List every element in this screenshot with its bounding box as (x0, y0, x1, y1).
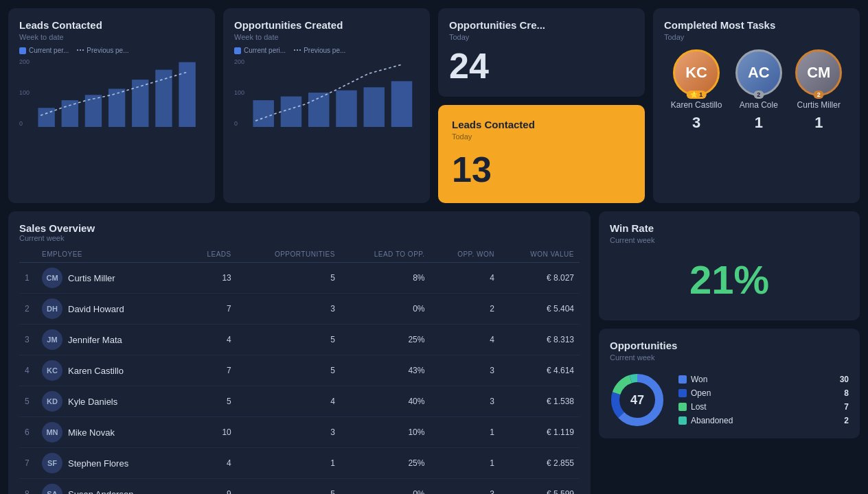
svg-rect-1 (62, 100, 78, 127)
row-rank: 3 (19, 325, 36, 355)
performer-2: AC 2 Anna Cole 1 (735, 49, 782, 132)
leads-contacted-chart: 200 100 0 (19, 58, 204, 127)
employee-avatar: CM (42, 268, 62, 288)
current-period-legend: Current per... (19, 47, 69, 54)
performer-3-score: 1 (814, 114, 823, 132)
row-employee: DH David Howard (36, 294, 185, 325)
row-opportunities: 5 (237, 325, 341, 355)
performer-2-name: Anna Cole (740, 100, 778, 110)
legend-value: 2 (844, 416, 849, 425)
performer-1-avatar-wrap: KC ⭐ 1 (673, 49, 720, 96)
opp-created-title: Opportunities Created (234, 19, 419, 31)
right-col: Win Rate Current week 21% Opportunities … (599, 211, 860, 494)
performer-3: CM 2 Curtis Miller 1 (795, 49, 842, 132)
sales-table-body: 1 CM Curtis Miller 13 5 8% 4 € 8.027 2 D… (19, 263, 580, 494)
row-opportunities: 3 (237, 417, 341, 448)
row-opp-won: 2 (430, 294, 500, 325)
performer-1-badge: ⭐ 1 (687, 91, 707, 99)
legend-value: 7 (844, 402, 849, 412)
legend-color-swatch (678, 403, 687, 411)
row-won-value: € 1.538 (500, 386, 580, 417)
row-won-value: € 8.027 (500, 263, 580, 294)
row-rank: 6 (19, 417, 36, 448)
current-period-label: Current per... (29, 47, 69, 54)
row-employee: SA Susan Anderson (36, 479, 185, 494)
row-opp-won: 3 (430, 479, 500, 494)
leads-today-card: Leads Contacted Today 13 (438, 105, 645, 203)
row-lead-to-opp: 8% (341, 263, 431, 294)
row-employee: SF Stephen Flores (36, 448, 185, 479)
previous-period-icon (77, 49, 84, 51)
svg-rect-7 (253, 100, 274, 127)
sales-overview-header: Sales Overview Current week (19, 222, 580, 242)
opportunities-subtitle: Current week (610, 353, 849, 362)
donut-chart: 47 (610, 373, 665, 427)
row-leads: 9 (185, 479, 237, 494)
legend-row: Won 30 (678, 373, 849, 386)
employee-name: Susan Anderson (68, 489, 133, 494)
performer-3-avatar-wrap: CM 2 (795, 49, 842, 96)
leads-contacted-card: Leads Contacted Week to date Current per… (8, 8, 215, 203)
current-period-icon (19, 47, 26, 54)
row-leads: 4 (185, 448, 237, 479)
performer-1: KC ⭐ 1 Karen Castillo 3 (671, 49, 722, 132)
sales-overview-title: Sales Overview (19, 222, 580, 234)
performer-3-badge: 2 (814, 91, 824, 99)
opp-today-title: Opportunities Cre... (449, 19, 634, 31)
legend-row: Abandoned 2 (678, 414, 849, 427)
leads-today-number: 13 (452, 150, 631, 189)
row-employee: KC Karen Castillo (36, 355, 185, 386)
row-lead-to-opp: 43% (341, 355, 431, 386)
legend-row: Lost 7 (678, 400, 849, 414)
employee-avatar: DH (42, 298, 62, 319)
opportunities-body: 47 Won 30 Open 8 Lost 7 Abandoned 2 (610, 367, 849, 427)
table-row: 2 DH David Howard 7 3 0% 2 € 5.404 (19, 294, 580, 325)
svg-rect-8 (281, 97, 302, 127)
opp-today-subtitle: Today (449, 33, 634, 41)
row-won-value: € 2.855 (500, 448, 580, 479)
svg-rect-9 (308, 93, 330, 127)
performer-2-score: 1 (755, 114, 763, 132)
table-row: 1 CM Curtis Miller 13 5 8% 4 € 8.027 (19, 263, 580, 294)
win-rate-title: Win Rate (610, 222, 849, 234)
employee-name: Karen Castillo (68, 366, 124, 376)
row-opportunities: 3 (237, 294, 341, 325)
row-leads: 7 (185, 294, 237, 325)
previous-period-label: Previous pe... (87, 47, 128, 54)
svg-rect-0 (38, 108, 54, 127)
row-lead-to-opp: 0% (341, 294, 431, 325)
row-opportunities: 1 (237, 448, 341, 479)
opp-previous-label: Previous pe... (304, 47, 345, 54)
col-lead-to-opp: LEAD TO OPP. (341, 246, 431, 263)
table-row: 5 KD Kyle Daniels 5 4 40% 3 € 1.538 (19, 386, 580, 417)
row-opp-won: 1 (430, 448, 500, 479)
legend-value: 8 (844, 388, 849, 398)
row-rank: 2 (19, 294, 36, 325)
employee-name: Stephen Flores (68, 458, 128, 469)
opportunities-created-card: Opportunities Created Week to date Curre… (223, 8, 430, 203)
completed-tasks-title: Completed Most Tasks (664, 19, 849, 31)
employee-name: David Howard (68, 304, 124, 314)
legend-left: Won (678, 375, 707, 384)
svg-rect-6 (179, 62, 195, 127)
leads-contacted-title: Leads Contacted (19, 19, 204, 31)
row-lead-to-opp: 0% (341, 479, 431, 494)
table-row: 3 JM Jennifer Mata 4 5 25% 4 € 8.313 (19, 325, 580, 355)
svg-rect-12 (391, 81, 413, 127)
opp-created-chart: 200 100 0 (234, 58, 419, 127)
performer-2-badge: 2 (753, 91, 764, 99)
svg-rect-3 (108, 89, 125, 127)
legend-color-swatch (678, 416, 687, 425)
row-rank: 4 (19, 355, 36, 386)
employee-avatar: SF (42, 453, 62, 473)
svg-rect-10 (336, 91, 356, 127)
legend-row: Open 8 (678, 386, 849, 400)
col-opp-won: OPP. WON (430, 246, 500, 263)
performer-3-avatar: CM (795, 49, 842, 96)
svg-rect-4 (132, 80, 148, 127)
employee-avatar: KD (42, 391, 62, 412)
performer-1-score: 3 (692, 114, 700, 132)
legend-color-swatch (678, 389, 687, 397)
row-opportunities: 5 (237, 263, 341, 294)
opp-previous-legend: Previous pe... (294, 47, 345, 54)
